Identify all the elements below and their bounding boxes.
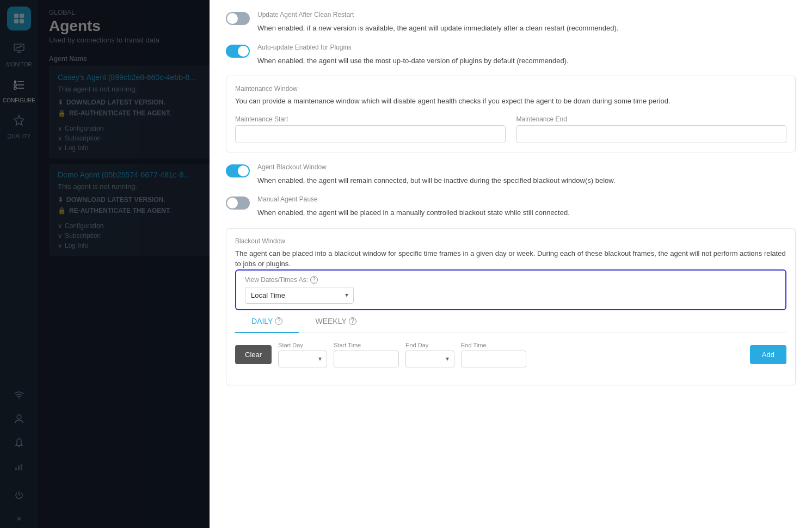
end-time-input[interactable] [461, 351, 526, 367]
maintenance-start-label: Maintenance Start [235, 115, 506, 123]
auto-update-plugins-toggle[interactable] [226, 45, 250, 58]
update-after-restart-label: Update Agent After Clean Restart [257, 11, 618, 19]
blackout-box-desc: The agent can be placed into a blackout … [235, 248, 786, 269]
end-time-label: End Time [461, 342, 526, 348]
schedule-row: Clear Start Day Mon Tue Wed Thu Fri Sat … [235, 333, 786, 376]
maintenance-window-section: Maintenance Window You can provide a mai… [226, 76, 796, 152]
weekly-help-icon[interactable]: ? [349, 317, 356, 325]
manual-pause-label: Manual Agent Pause [257, 195, 570, 203]
end-day-label: End Day [405, 342, 454, 348]
maintenance-start-group: Maintenance Start [235, 115, 506, 143]
tab-weekly[interactable]: WEEKLY ? [299, 310, 372, 333]
add-button[interactable]: Add [750, 345, 786, 364]
end-day-group: End Day Mon Tue Wed Thu Fri Sat Sun [405, 342, 454, 367]
agent-blackout-toggle[interactable] [226, 164, 250, 177]
toggle-knob-plugins [238, 46, 249, 57]
timezone-label: View Dates/Times As: ? [245, 276, 777, 284]
blackout-box-title: Blackout Window [235, 237, 786, 245]
toggle-knob-pause [227, 198, 238, 208]
manual-pause-toggle[interactable] [226, 197, 250, 210]
agent-blackout-section: Agent Blackout Window When enabled, the … [226, 163, 796, 186]
auto-update-plugins-desc: When enabled, the agent will use the mos… [257, 56, 569, 66]
agent-settings-panel: Update Agent After Clean Restart When en… [210, 0, 812, 528]
daily-help-icon[interactable]: ? [275, 317, 282, 325]
update-after-restart-toggle[interactable] [226, 12, 250, 25]
tab-daily-label: DAILY ? [251, 317, 282, 326]
maintenance-fields: Maintenance Start Maintenance End [235, 115, 786, 143]
toggle-knob-restart [227, 13, 238, 24]
maintenance-window-desc: You can provide a maintenance window whi… [235, 96, 786, 107]
start-day-select-wrapper: Mon Tue Wed Thu Fri Sat Sun [278, 351, 327, 367]
maintenance-end-label: Maintenance End [516, 115, 787, 123]
end-time-group: End Time [461, 342, 526, 367]
start-day-group: Start Day Mon Tue Wed Thu Fri Sat Sun [278, 342, 327, 367]
toggle-slider-blackout [226, 164, 250, 177]
start-time-group: Start Time [334, 342, 399, 367]
auto-update-plugins-label: Auto-update Enabled for Plugins [257, 44, 569, 51]
manual-agent-pause-section: Manual Agent Pause When enabled, the age… [226, 195, 796, 218]
start-day-label: Start Day [278, 342, 327, 348]
clear-button[interactable]: Clear [235, 345, 272, 364]
end-day-select[interactable]: Mon Tue Wed Thu Fri Sat Sun [405, 351, 454, 367]
update-after-restart-desc: When enabled, if a new version is availa… [257, 23, 618, 34]
auto-update-plugins-section: Auto-update Enabled for Plugins When ena… [226, 44, 796, 66]
timezone-help-icon[interactable]: ? [310, 276, 318, 284]
maintenance-end-input[interactable] [516, 125, 787, 143]
tab-weekly-label: WEEKLY ? [315, 317, 356, 326]
update-after-restart-section: Update Agent After Clean Restart When en… [226, 11, 796, 34]
timezone-select[interactable]: Local Time UTC Custom [245, 287, 354, 304]
auto-update-plugins-text: Auto-update Enabled for Plugins When ena… [257, 44, 569, 66]
start-time-input[interactable] [334, 351, 399, 367]
start-time-label: Start Time [334, 342, 399, 348]
end-day-select-wrapper: Mon Tue Wed Thu Fri Sat Sun [405, 351, 454, 367]
blackout-tabs: DAILY ? WEEKLY ? [235, 310, 786, 333]
update-after-restart-text: Update Agent After Clean Restart When en… [257, 11, 618, 34]
toggle-slider-restart [226, 12, 250, 25]
blackout-window-box: Blackout Window The agent can be placed … [226, 228, 796, 385]
tab-daily[interactable]: DAILY ? [235, 310, 299, 333]
manual-pause-text: Manual Agent Pause When enabled, the age… [257, 195, 570, 218]
timezone-container: View Dates/Times As: ? Local Time UTC Cu… [235, 269, 786, 310]
toggle-knob-blackout [238, 165, 249, 176]
maintenance-start-input[interactable] [235, 125, 506, 143]
toggle-slider-pause [226, 197, 250, 210]
agent-blackout-text: Agent Blackout Window When enabled, the … [257, 163, 616, 186]
agent-blackout-label: Agent Blackout Window [257, 163, 616, 171]
toggle-slider-plugins [226, 45, 250, 58]
timezone-select-wrapper: Local Time UTC Custom [245, 287, 354, 304]
agent-blackout-desc: When enabled, the agent will remain conn… [257, 175, 616, 186]
maintenance-end-group: Maintenance End [516, 115, 787, 143]
start-day-select[interactable]: Mon Tue Wed Thu Fri Sat Sun [278, 351, 327, 367]
manual-pause-desc: When enabled, the agent will be placed i… [257, 207, 570, 218]
maintenance-window-title: Maintenance Window [235, 85, 786, 93]
